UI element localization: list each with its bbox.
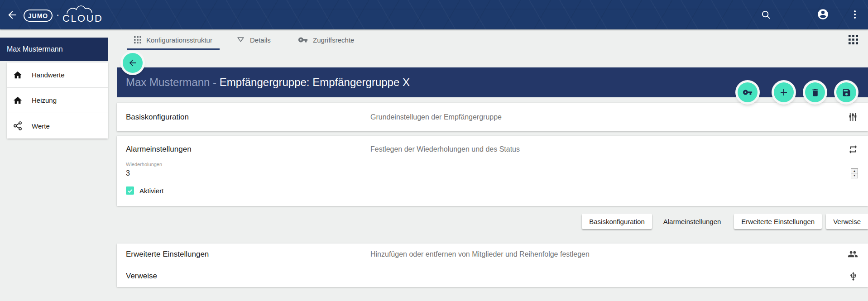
apps-grid-icon[interactable] — [849, 35, 858, 44]
aktiviert-checkbox-row[interactable]: Aktiviert — [126, 186, 163, 195]
repeat-input[interactable] — [126, 169, 851, 177]
verweise-row[interactable]: Verweise — [117, 265, 868, 287]
alarmeinstellungen-row[interactable]: Alarmeinstellungen Festlegen der Wiederh… — [117, 139, 868, 159]
delete-fab-button[interactable] — [805, 82, 825, 102]
sidebar-user-header: Max Mustermann — [0, 38, 108, 61]
repeat-field-label: Wiederholungen — [126, 162, 162, 167]
erweiterte-einstellungen-button[interactable]: Erweiterte Einstellungen — [734, 214, 822, 229]
add-fab-button[interactable] — [774, 82, 794, 102]
section-description: Festlegen der Wiederholungen und des Sta… — [370, 145, 848, 153]
save-icon — [842, 88, 851, 97]
page-title: Empfängergruppe: Empfängergruppe X — [220, 76, 410, 89]
plus-icon — [778, 87, 789, 98]
basiskonfiguration-row[interactable]: Basiskonfiguration Grundeinstellugen der… — [117, 103, 868, 131]
share-icon — [13, 121, 23, 131]
cloud-logo-text: CLOUD — [62, 13, 103, 24]
section-erweitert-verweise: Erweiterte Einstellungen Hinzufügen oder… — [117, 244, 868, 287]
section-title: Erweiterte Einstellungen — [117, 250, 370, 259]
trash-icon — [810, 88, 820, 97]
erweiterte-einstellungen-row[interactable]: Erweiterte Einstellungen Hinzufügen oder… — [117, 244, 868, 265]
spinner-up-icon[interactable]: ▲ — [851, 169, 858, 174]
key-icon — [298, 35, 308, 45]
jumo-cloud-app: JUMO · CLOUD Max Mustermann — [0, 0, 868, 301]
basiskonfiguration-button[interactable]: Basiskonfiguration — [582, 214, 652, 229]
section-basiskonfiguration: Basiskonfiguration Grundeinstellugen der… — [117, 103, 868, 131]
top-app-bar: JUMO · CLOUD — [0, 0, 868, 29]
people-icon — [848, 249, 868, 259]
section-nav-buttons: Basiskonfiguration Alarmeinstellungen Er… — [582, 214, 868, 229]
page-title-prefix: Max Mustermann - — [126, 76, 220, 89]
tab-details[interactable]: Details — [229, 30, 278, 50]
sidebar-item-label: Handwerte — [32, 71, 65, 79]
section-description: Hinzufügen oder entfernen von Mitglieder… — [370, 250, 848, 258]
section-description: Grundeinstellugen der Empfängergruppe — [370, 113, 848, 121]
section-title: Verweise — [117, 272, 370, 281]
cloud-logo: CLOUD — [62, 3, 103, 26]
sidebar: Max Mustermann Handwerte Heizung Werte — [0, 29, 108, 301]
more-menu-icon[interactable] — [849, 9, 860, 20]
save-fab-button[interactable] — [836, 82, 856, 102]
spinner-down-icon[interactable]: ▼ — [851, 173, 858, 178]
brand-separator: · — [56, 10, 59, 20]
sidebar-item-werte[interactable]: Werte — [7, 113, 108, 139]
tab-zugriffsrechte[interactable]: Zugriffsrechte — [291, 30, 361, 50]
repeat-icon — [848, 144, 868, 154]
tab-label: Zugriffsrechte — [313, 36, 354, 44]
sidebar-user-name: Max Mustermann — [7, 45, 63, 53]
verweise-button[interactable]: Verweise — [826, 214, 868, 229]
permissions-fab-button[interactable] — [738, 82, 758, 102]
section-title: Alarmeinstellungen — [117, 145, 370, 154]
usb-icon — [849, 272, 868, 281]
sidebar-item-heizung[interactable]: Heizung — [7, 88, 108, 113]
arrow-left-icon — [128, 58, 138, 68]
checkbox-checked-icon[interactable] — [126, 186, 134, 195]
home-icon — [13, 70, 23, 80]
search-icon[interactable] — [761, 10, 771, 20]
repeat-field: ▲ ▼ — [126, 167, 858, 179]
tab-label: Konfigurationsstruktur — [146, 36, 212, 44]
sidebar-item-label: Heizung — [32, 96, 57, 104]
number-spinner[interactable]: ▲ ▼ — [851, 168, 858, 178]
sidebar-item-label: Werte — [32, 122, 50, 130]
back-fab-button[interactable] — [123, 53, 143, 73]
jumo-logo-text: JUMO — [28, 12, 48, 19]
tab-konfigurationsstruktur[interactable]: Konfigurationsstruktur — [127, 30, 220, 50]
home-icon — [13, 96, 23, 105]
section-title: Basiskonfiguration — [117, 113, 370, 122]
tab-label: Details — [250, 36, 271, 44]
alarmeinstellungen-button[interactable]: Alarmeinstellungen — [656, 214, 729, 229]
key-icon — [743, 87, 753, 97]
section-alarmeinstellungen: Alarmeinstellungen Festlegen der Wiederh… — [117, 136, 868, 206]
sidebar-item-handwerte[interactable]: Handwerte — [7, 62, 108, 88]
checkbox-label: Aktiviert — [139, 187, 163, 195]
grid-icon — [134, 36, 141, 43]
jumo-logo: JUMO — [24, 10, 53, 22]
account-icon[interactable] — [817, 8, 829, 20]
sliders-icon — [848, 112, 868, 122]
filter-icon — [236, 36, 245, 44]
back-arrow-icon[interactable] — [6, 9, 18, 21]
sidebar-menu: Handwerte Heizung Werte — [7, 62, 108, 139]
